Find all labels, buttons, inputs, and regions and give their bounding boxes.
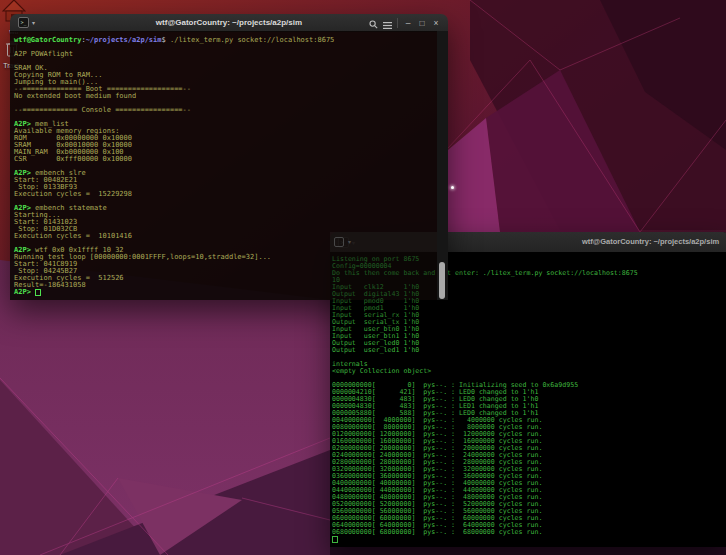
mouse-cursor xyxy=(451,186,454,189)
back-window-title: wtf@GatorCountry: ~/projects/a2p/sim xyxy=(582,232,719,252)
front-terminal-output[interactable]: wtf@GatorCountry:~/projects/a2p/sim$ ./l… xyxy=(10,31,448,300)
terminal-line: 0680000000[ 68000000] pys--. : 68000000 … xyxy=(332,529,726,536)
terminal-line: A2P> xyxy=(14,289,448,296)
terminal-line xyxy=(332,536,726,543)
terminal-line: A2P> embench statemate xyxy=(14,205,448,212)
front-terminal-window[interactable]: wtf@GatorCountry: ~/projects/a2p/sim >_ … xyxy=(10,14,448,300)
text-cursor xyxy=(332,536,338,543)
scrollbar-handle[interactable] xyxy=(439,262,445,299)
chevron-down-icon: ▾ xyxy=(32,19,35,26)
scrollbar-track[interactable] xyxy=(437,31,448,300)
terminal-line xyxy=(14,114,448,121)
front-terminal-headerbar[interactable]: wtf@GatorCountry: ~/projects/a2p/sim >_ … xyxy=(10,14,448,32)
headerbar-separator xyxy=(397,18,398,28)
terminal-line: wtf@GatorCountry:~/projects/a2p/sim$ ./l… xyxy=(14,37,448,44)
terminal-line: A2P POWAflight xyxy=(14,51,448,58)
hamburger-menu-icon xyxy=(383,22,392,29)
search-icon xyxy=(369,20,378,29)
maximize-button[interactable]: □ xyxy=(415,15,429,31)
terminal-line xyxy=(14,58,448,65)
terminal-line: Start: 01431023 xyxy=(14,219,448,226)
terminal-line: A2P> embench slre xyxy=(14,170,448,177)
terminal-line: Result=-186431058 xyxy=(14,282,448,289)
menu-button[interactable] xyxy=(380,17,394,29)
terminal-profile-chip[interactable]: >_ ▾ xyxy=(18,17,35,28)
terminal-line: No extended boot medium found xyxy=(14,93,448,100)
terminal-line: Execution cycles = 10101416 xyxy=(14,233,448,240)
search-button[interactable] xyxy=(366,16,380,29)
terminal-app-icon: >_ xyxy=(18,17,29,28)
terminal-line xyxy=(14,44,448,51)
terminal-line: Start: 041C8919 xyxy=(14,261,448,268)
terminal-line: <empty Collection object> xyxy=(332,368,726,375)
minimize-button[interactable]: – xyxy=(401,15,415,31)
terminal-line: Execution cycles = 15229298 xyxy=(14,191,448,198)
terminal-line: Starting... xyxy=(14,212,448,219)
text-cursor xyxy=(35,289,41,296)
terminal-line: Output user_led1 1'h0 xyxy=(332,347,726,354)
terminal-line: Running test loop [00000000:0001FFFF,loo… xyxy=(14,254,448,261)
terminal-line: CSR 0xfff00000 0x10000 xyxy=(14,156,448,163)
terminal-line: --============= Console ================… xyxy=(14,107,448,114)
close-button[interactable]: × xyxy=(429,15,443,31)
terminal-line: Start: 00482E21 xyxy=(14,177,448,184)
terminal-line xyxy=(332,354,726,361)
